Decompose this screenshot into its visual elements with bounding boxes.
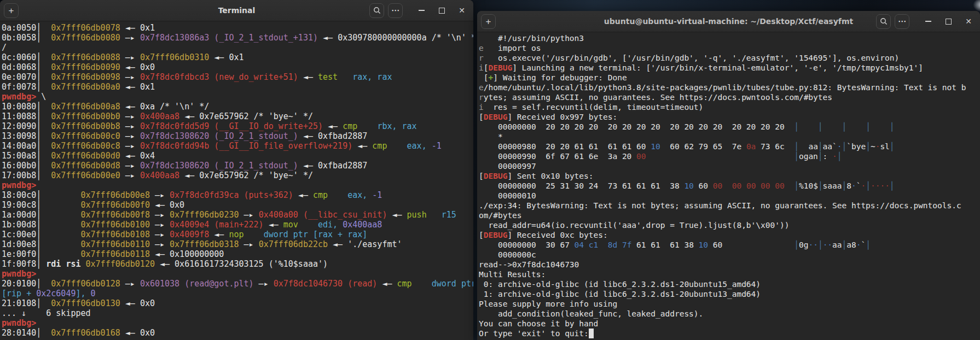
close-button[interactable]: ✕	[454, 2, 470, 19]
search-button[interactable]	[369, 3, 384, 18]
terminal-line: You can choose it by hand	[479, 319, 980, 329]
desktop: + Terminal ⋯ ✕ 0a:0050│ 0x7fff06db0078 ◄…	[0, 0, 980, 340]
terminal-line: 10:0080│ 0x7fff06db00a8 ◄— 0xa /* '\n' *…	[2, 102, 473, 112]
terminal-line: [DEBUG] Received 0xc bytes:	[479, 230, 980, 240]
menu-button[interactable]: ⋯	[895, 14, 909, 29]
terminal-line: 1b:00d8│ 0x7fff06db0100 —▸ 0x4009e4 (mai…	[2, 220, 473, 230]
terminal-line: add_condition(leaked_func, leaked_addres…	[479, 309, 980, 319]
terminal-line: pwndbg>	[2, 180, 473, 190]
search-button[interactable]	[876, 14, 891, 29]
maximize-icon	[439, 8, 445, 14]
terminal-line: 0000000c	[479, 250, 980, 260]
terminal-line: pwndbg>	[2, 318, 473, 328]
terminal-line: 17:00b8│ 0x7fff06db00e0 —▸ 0x400aa8 ◄— 0…	[2, 171, 473, 180]
terminal-line: 00000997	[479, 161, 980, 171]
maximize-button[interactable]	[433, 2, 450, 19]
terminal-line: 1d:00e8│ 0x7fff06db0110 —▸ 0x7fff06db031…	[2, 239, 473, 249]
terminal-line: i[DEBUG] Launching a new terminal: ['/us…	[479, 63, 980, 73]
terminal-line: ... ↓ 6 skipped	[2, 308, 473, 318]
terminal-line: 20:0100│ 0x7fff06db0128 —▸ 0x601038 (rea…	[2, 279, 473, 289]
terminal-line: 00000000 20 20 20 20 20 20 20 20 20 20 2…	[479, 122, 980, 132]
terminal-line: Please supply more info using	[479, 299, 980, 309]
minimize-button[interactable]	[413, 2, 430, 19]
terminal-line: i res = self.recvuntil(delim, timeout=ti…	[479, 102, 980, 112]
terminal-line: 00000000 25 31 30 24 73 61 61 61 38 10 6…	[479, 181, 980, 191]
terminal-line: 14:00a0│ 0x7fff06db00c8 —▸ 0x7f8dc0fdd94…	[2, 141, 473, 151]
terminal-line: 00000980 20 20 61 61 61 61 60 10 60 62 7…	[479, 142, 980, 151]
left-terminal-window: + Terminal ⋯ ✕ 0a:0050│ 0x7fff06db0078 ◄…	[0, 0, 473, 340]
terminal-line: *	[479, 132, 980, 142]
terminal-line: Multi Results:	[479, 269, 980, 279]
terminal-line: 16:00b0│ 0x7fff06db00d8 —▸ 0x7f8dc130862…	[2, 161, 473, 171]
terminal-line: 21:0108│ 0x7fff06db0130 ◄— 0x0	[2, 298, 473, 308]
terminal-line: ./exp:34: BytesWarning: Text is not byte…	[479, 201, 980, 210]
menu-button[interactable]: ⋯	[388, 3, 403, 18]
terminal-line: #!/usr/bin/python3	[479, 33, 980, 43]
terminal-line: rytes; assuming ASCII, no guarantees. Se…	[479, 92, 980, 102]
right-terminal-window: + ubuntu@ubuntu-virtual-machine: ~/Deskt…	[477, 11, 980, 340]
terminal-line: 0e:0070│ 0x7fff06db0098 —▸ 0x7f8dc0fdbcd…	[2, 72, 473, 82]
terminal-line: 11:0088│ 0x7fff06db00b0 —▸ 0x400aa8 ◄— 0…	[2, 112, 473, 121]
search-icon	[373, 7, 381, 14]
maximize-icon	[946, 19, 952, 25]
new-tab-button[interactable]: +	[4, 3, 19, 18]
terminal-line: om/#bytes	[479, 210, 980, 220]
terminal-line: read-->0x7f8dc1046730	[479, 260, 980, 269]
terminal-line: 1e:00f0│ 0x7fff06db0118 ◄— 0x100000000	[2, 249, 473, 259]
terminal-line: 00000010	[479, 191, 980, 201]
new-tab-button[interactable]: +	[481, 14, 496, 29]
terminal-line: /	[2, 43, 473, 52]
right-terminal-header[interactable]: + ubuntu@ubuntu-virtual-machine: ~/Deskt…	[477, 11, 980, 32]
terminal-line: 15:00a8│ 0x7fff06db00d0 ◄— 0x4	[2, 151, 473, 161]
wallpaper-light-streak	[973, 0, 980, 12]
terminal-line: pwndbg>	[2, 269, 473, 279]
left-terminal-header[interactable]: + Terminal ⋯ ✕	[0, 0, 473, 21]
left-header-controls: ⋯ ✕	[369, 2, 470, 19]
terminal-line: read_addr=u64(io.recvuntil('aaa',drop = …	[479, 220, 980, 230]
search-icon	[880, 17, 888, 25]
terminal-line: 0d:0068│ 0x7fff06db0090 ◄— 0x0	[2, 62, 473, 72]
minimize-button[interactable]	[920, 13, 936, 30]
terminal-line: 00000000 30 67 04 c1 8d 7f 61 61 61 38 1…	[479, 240, 980, 250]
maximize-button[interactable]	[940, 13, 956, 30]
terminal-line: [rip + 0x2c6049], 0	[2, 289, 473, 298]
right-terminal-content[interactable]: #!/usr/bin/python3e import osr os.execve…	[479, 32, 980, 340]
terminal-line: r os.execve('/usr/bin/gdb', ['/usr/bin/g…	[479, 53, 980, 63]
terminal-line: 12:0090│ 0x7fff06db00b8 —▸ 0x7f8dc0fdd5d…	[2, 121, 473, 131]
terminal-line: 0f:0078│ 0x7fff06db00a0 ◄— 0x1	[2, 82, 473, 92]
terminal-line: 18:00c0│ 0x7fff06db00e8 —▸ 0x7f8dc0fd39c…	[2, 190, 473, 200]
terminal-line: [DEBUG] Received 0x997 bytes:	[479, 112, 980, 122]
terminal-line: Or type 'exit' to quit:	[479, 329, 980, 338]
terminal-line: 0b:0058│ 0x7fff06db0080 —▸ 0x7f8dc13086a…	[2, 33, 473, 43]
terminal-line: 1c:00e0│ 0x7fff06db0108 —▸ 0x4009f8 ◄— n…	[2, 230, 473, 239]
terminal-line: e/home/ubuntu/.local/lib/python3.8/site-…	[479, 83, 980, 92]
terminal-line: 19:00c8│ 0x7fff06db00f0 ◄— 0x0	[2, 200, 473, 210]
terminal-line: [DEBUG] Sent 0x10 bytes:	[479, 171, 980, 181]
left-terminal-content[interactable]: 0a:0050│ 0x7fff06db0078 ◄— 0x10b:0058│ 0…	[2, 21, 473, 340]
terminal-line: 0: archive-old-glibc (id libc6_2.3.2.ds1…	[479, 279, 980, 289]
terminal-line: 1: archive-old-glibc (id libc6_2.3.2.ds1…	[479, 289, 980, 299]
terminal-line: 0c:0060│ 0x7fff06db0088 —▸ 0x7fff06db031…	[2, 52, 473, 62]
minimize-icon	[925, 21, 931, 22]
terminal-line: 00000990 6f 67 61 6e 3a 20 00 │ogan│: ·│	[479, 151, 980, 161]
close-button[interactable]: ✕	[960, 13, 977, 30]
terminal-line: 1f:00f8│ rdi rsi 0x7fff06db0120 ◄— 0x616…	[2, 259, 473, 269]
terminal-line: e import os	[479, 43, 980, 53]
terminal-line: [+] Waiting for debugger: Done	[479, 73, 980, 83]
terminal-line: 13:0098│ 0x7fff06db00c0 —▸ 0x7f8dc130862…	[2, 131, 473, 141]
terminal-line: 0a:0050│ 0x7fff06db0078 ◄— 0x1	[2, 23, 473, 33]
terminal-line: 1a:00d0│ 0x7fff06db00f8 —▸ 0x7fff06db023…	[2, 210, 473, 220]
right-header-controls: ⋯ ✕	[876, 13, 977, 30]
terminal-line: pwndbg> \	[2, 92, 473, 102]
minimize-icon	[419, 10, 425, 11]
terminal-line: 28:0140│ 0x7fff06db0168 ◄— 0x0	[2, 328, 473, 338]
